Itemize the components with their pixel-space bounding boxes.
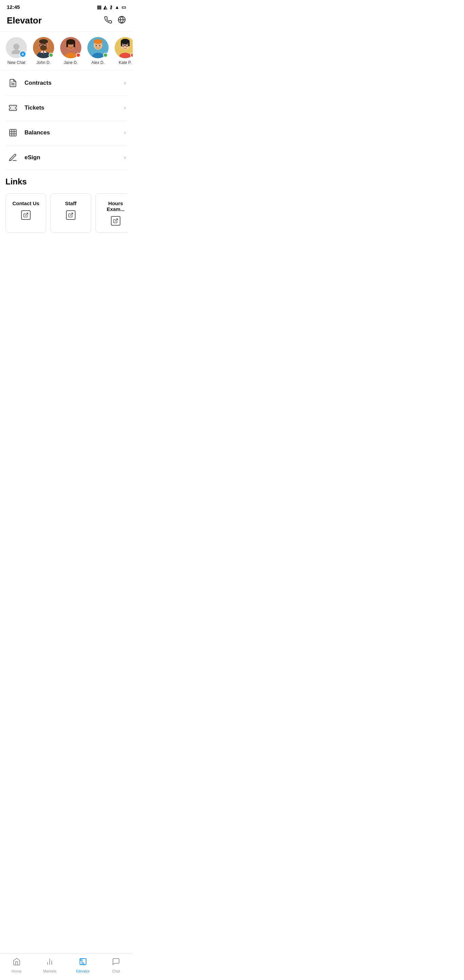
svg-point-22 <box>95 45 97 46</box>
svg-point-21 <box>94 39 102 44</box>
contracts-label: Contracts <box>24 80 124 86</box>
link-contact-us-title: Contact Us <box>12 200 39 206</box>
contact-us-external-icon <box>21 210 30 220</box>
status-time: 12:45 <box>7 4 20 10</box>
svg-point-23 <box>99 45 100 46</box>
wifi-icon: ▲ <box>114 5 119 10</box>
contact-name-kate: Kate P. <box>119 60 132 65</box>
status-dot-jane <box>76 53 81 57</box>
staff-external-icon <box>66 210 76 220</box>
status-dot-john <box>49 53 53 57</box>
svg-point-8 <box>39 39 48 44</box>
status-icons: ▤ ◭ ⚷ ▲ ▭ <box>97 5 126 10</box>
links-section: Links Contact Us Staff <box>0 170 133 233</box>
links-title: Links <box>5 177 127 186</box>
header: Elevator <box>0 13 133 32</box>
svg-line-46 <box>70 213 73 215</box>
svg-rect-39 <box>10 129 16 136</box>
menu-item-esign[interactable]: eSign › <box>5 145 127 170</box>
avatar-wrapper-alex <box>87 37 108 58</box>
svg-line-47 <box>115 219 118 221</box>
link-card-staff[interactable]: Staff <box>50 193 91 233</box>
contact-name-alex: Alex D. <box>92 60 105 65</box>
link-hours-exam-title: Hours Exam... <box>100 200 127 212</box>
link-card-contact-us[interactable]: Contact Us <box>5 193 46 233</box>
contact-name-new: New Chat <box>8 60 25 65</box>
menu-item-balances[interactable]: Balances › <box>5 121 127 145</box>
tickets-chevron: › <box>124 105 126 111</box>
sim-icon: ▤ <box>97 5 102 10</box>
nav-icon: ◭ <box>103 5 107 10</box>
key-icon: ⚷ <box>109 5 113 10</box>
balances-label: Balances <box>24 129 124 136</box>
status-bar: 12:45 ▤ ◭ ⚷ ▲ ▭ <box>0 0 133 13</box>
contact-kate[interactable]: Kate P. <box>113 37 133 65</box>
page-title: Elevator <box>7 15 42 26</box>
contact-john[interactable]: John D. <box>31 37 56 65</box>
battery-icon: ▭ <box>121 5 126 10</box>
link-staff-title: Staff <box>65 200 76 206</box>
tickets-label: Tickets <box>24 105 124 111</box>
contracts-chevron: › <box>124 80 126 86</box>
tickets-icon <box>7 102 19 114</box>
avatar-wrapper-john <box>33 37 54 58</box>
esign-icon <box>7 151 19 164</box>
avatar-wrapper-kate <box>114 37 133 58</box>
links-grid: Contact Us Staff Hours Exam... <box>5 193 127 233</box>
header-actions <box>104 16 126 26</box>
svg-rect-16 <box>66 42 68 47</box>
phone-button[interactable] <box>104 16 112 26</box>
svg-rect-17 <box>73 42 75 47</box>
contracts-icon <box>7 77 19 89</box>
menu-list: Contracts › Tickets › Balances <box>0 71 133 170</box>
menu-item-tickets[interactable]: Tickets › <box>5 95 127 121</box>
menu-item-contracts[interactable]: Contracts › <box>5 71 127 95</box>
svg-point-2 <box>13 43 19 50</box>
link-card-hours-exam[interactable]: Hours Exam... <box>95 193 127 233</box>
svg-line-45 <box>25 213 28 215</box>
avatar-wrapper-new: + <box>6 37 27 58</box>
esign-chevron: › <box>124 154 126 161</box>
new-chat-badge: + <box>19 51 26 57</box>
status-dot-kate <box>130 53 133 57</box>
contact-name-john: John D. <box>37 60 50 65</box>
contact-alex[interactable]: Alex D. <box>86 37 110 65</box>
contact-name-jane: Jane D. <box>64 60 78 65</box>
contacts-row: + New Chat <box>0 32 133 71</box>
esign-label: eSign <box>24 154 124 161</box>
hours-exam-external-icon <box>111 216 121 226</box>
avatar-wrapper-jane <box>60 37 81 58</box>
contact-new-chat[interactable]: + New Chat <box>4 37 29 65</box>
status-dot-alex <box>103 53 108 57</box>
balances-icon <box>7 127 19 139</box>
contact-jane[interactable]: Jane D. <box>59 37 83 65</box>
balances-chevron: › <box>124 130 126 136</box>
globe-button[interactable] <box>118 16 126 26</box>
